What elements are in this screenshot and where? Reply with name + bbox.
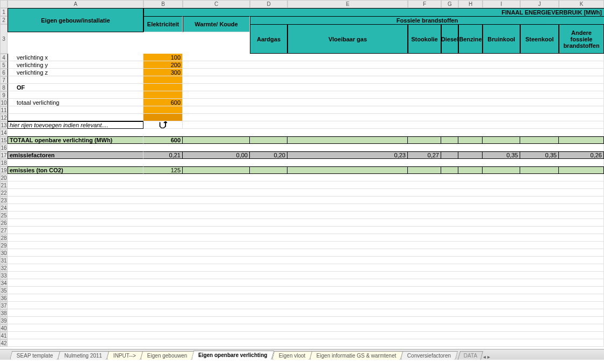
row-header-26[interactable]: 26 — [0, 219, 8, 227]
ef-J[interactable]: 0,35 — [520, 151, 559, 159]
cell-A7[interactable] — [8, 76, 143, 84]
cell-rest9[interactable] — [183, 91, 604, 99]
cell-rest7[interactable] — [183, 76, 604, 84]
em-F[interactable] — [408, 166, 441, 174]
row-header-16[interactable]: 16 — [0, 144, 8, 151]
row-header-23[interactable]: 23 — [0, 196, 8, 204]
cell-rest8[interactable] — [183, 84, 604, 91]
row-header-20[interactable]: 20 — [0, 174, 8, 181]
cell-row14[interactable] — [8, 129, 604, 136]
row38[interactable] — [8, 309, 604, 317]
cell-A4[interactable]: verlichting x — [8, 54, 143, 61]
cell-B9[interactable] — [143, 91, 183, 99]
row34[interactable] — [8, 279, 604, 287]
sheet-tab-nulmeting[interactable]: Nulmeting 2011 — [57, 351, 109, 360]
row-header-29[interactable]: 29 — [0, 242, 8, 249]
row-header-36[interactable]: 36 — [0, 294, 8, 302]
cell-B6[interactable]: 300 — [143, 69, 183, 76]
row30[interactable] — [8, 249, 604, 257]
row-header-39[interactable]: 39 — [0, 317, 8, 324]
ef-H[interactable] — [458, 151, 483, 159]
row-header-1[interactable]: 1 — [0, 8, 8, 16]
ef-E[interactable]: 0,23 — [287, 151, 408, 159]
spreadsheet-grid[interactable]: A B C D E F G H I J K 1 Eigen gebouw/ins… — [0, 0, 604, 32]
sheet-tab-informatie[interactable]: Eigen informatie GS & warmtenet — [310, 351, 404, 360]
ef-C[interactable]: 0,00 — [183, 151, 250, 159]
row-header-15[interactable]: 15 — [0, 136, 8, 144]
sheet-tab-verlichting[interactable]: Eigen openbare verlichting — [191, 351, 275, 360]
ef-B[interactable]: 0,21 — [143, 151, 183, 159]
row-header-6[interactable]: 6 — [0, 69, 8, 76]
row-header-41[interactable]: 41 — [0, 332, 8, 339]
row35[interactable] — [8, 287, 604, 294]
cell-rest5[interactable] — [183, 61, 604, 69]
col-header-J[interactable]: J — [520, 0, 559, 8]
cell-B10[interactable]: 600 — [143, 99, 183, 106]
cell-rest4[interactable] — [183, 54, 604, 61]
totaal-H[interactable] — [458, 136, 483, 144]
cell-rest11[interactable] — [183, 106, 604, 114]
em-J[interactable] — [520, 166, 559, 174]
row24[interactable] — [8, 204, 604, 212]
row-header-35[interactable]: 35 — [0, 287, 8, 294]
cell-rest6[interactable] — [183, 69, 604, 76]
row-header-13[interactable]: 13 — [0, 121, 8, 129]
sheet-tab-input[interactable]: INPUT--> — [106, 351, 143, 360]
row21[interactable] — [8, 181, 604, 189]
row32[interactable] — [8, 264, 604, 272]
totaal-E[interactable] — [287, 136, 408, 144]
col-header-C[interactable]: C — [183, 0, 250, 8]
row-header-9[interactable]: 9 — [0, 91, 8, 99]
row-header-40[interactable]: 40 — [0, 324, 8, 332]
cell-A12[interactable] — [8, 114, 143, 121]
select-all-corner[interactable] — [0, 0, 8, 8]
row25[interactable] — [8, 212, 604, 219]
cell-A6[interactable]: verlichting z — [8, 69, 143, 76]
col-header-I[interactable]: I — [483, 0, 520, 8]
row33[interactable] — [8, 272, 604, 279]
row-header-33[interactable]: 33 — [0, 272, 8, 279]
col-header-E[interactable]: E — [287, 0, 408, 8]
em-G[interactable] — [441, 166, 458, 174]
row-header-22[interactable]: 22 — [0, 189, 8, 196]
row-header-3[interactable]: 3 — [0, 24, 8, 54]
totaal-I[interactable] — [483, 136, 520, 144]
col-header-K[interactable]: K — [559, 0, 604, 8]
col-header-G[interactable]: G — [441, 0, 458, 8]
col-header-H[interactable]: H — [458, 0, 483, 8]
row-header-38[interactable]: 38 — [0, 309, 8, 317]
cell-B4[interactable]: 100 — [143, 54, 183, 61]
em-I[interactable] — [483, 166, 520, 174]
em-D[interactable] — [250, 166, 287, 174]
sheet-tab-vloot[interactable]: Eigen vloot — [271, 351, 312, 360]
row-header-11[interactable]: 11 — [0, 106, 8, 114]
col-header-A[interactable]: A — [8, 0, 143, 8]
cell-rest12[interactable] — [183, 114, 604, 121]
row-header-2[interactable]: 2 — [0, 16, 8, 24]
em-B[interactable]: 125 — [143, 166, 183, 174]
ef-K[interactable]: 0,26 — [559, 151, 604, 159]
row39[interactable] — [8, 317, 604, 324]
row20[interactable] — [8, 174, 604, 181]
row-header-21[interactable]: 21 — [0, 181, 8, 189]
cell-B5[interactable]: 200 — [143, 61, 183, 69]
row-header-10[interactable]: 10 — [0, 99, 8, 106]
row41[interactable] — [8, 332, 604, 339]
row-header-8[interactable]: 8 — [0, 84, 8, 91]
col-header-D[interactable]: D — [250, 0, 287, 8]
tab-scroll-right-icon[interactable]: ◂ ▸ — [483, 354, 490, 360]
sheet-tab-conversie[interactable]: Conversiefactoren — [400, 351, 458, 360]
cell-A10[interactable]: totaal verlichting — [8, 99, 143, 106]
row-header-42[interactable]: 42 — [0, 339, 8, 347]
totaal-G[interactable] — [441, 136, 458, 144]
row-header-5[interactable]: 5 — [0, 61, 8, 69]
sheet-tab-gebouwen[interactable]: Eigen gebouwen — [140, 351, 194, 360]
row22[interactable] — [8, 189, 604, 196]
em-C[interactable] — [183, 166, 250, 174]
row-header-31[interactable]: 31 — [0, 257, 8, 264]
insert-row-arrow[interactable]: ⮍ — [143, 121, 183, 129]
row-header-37[interactable]: 37 — [0, 302, 8, 309]
totaal-B[interactable]: 600 — [143, 136, 183, 144]
row42[interactable] — [8, 339, 604, 347]
row-header-12[interactable]: 12 — [0, 114, 8, 121]
